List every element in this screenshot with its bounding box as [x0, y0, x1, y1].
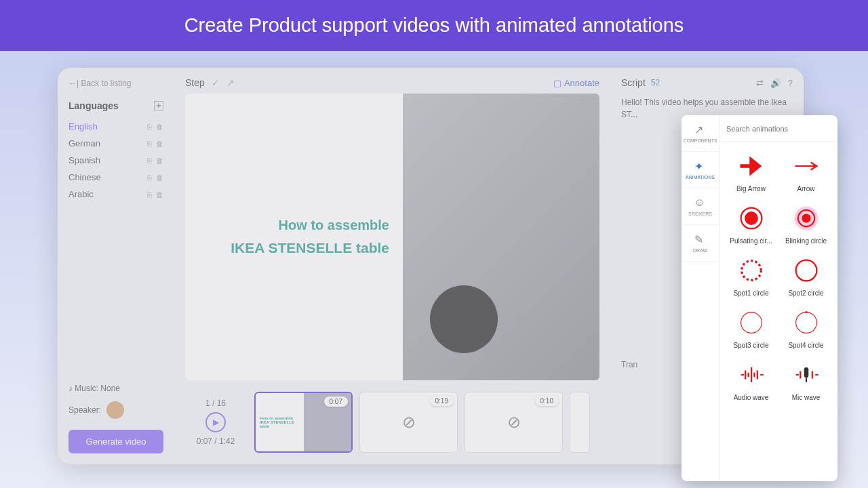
timeline: 1 / 16 ▶ 0:07 / 1:42 How to assembleIKEA…: [185, 380, 599, 455]
spot3-icon: [736, 308, 766, 338]
animation-label: Spot3 circle: [733, 342, 768, 349]
audio-icon: [736, 360, 766, 390]
tab-label: STICKERS: [688, 211, 712, 216]
svg-point-8: [795, 312, 816, 333]
tab-label: COMPONENTS: [683, 138, 717, 143]
thumbnail[interactable]: How to assembleIKEA STENSELLE table0:07: [254, 392, 353, 453]
translate-icon[interactable]: ⇄: [756, 78, 764, 88]
search-wrapper: [719, 115, 837, 142]
avatar: [106, 401, 124, 419]
main-panel: Step ✓ ↗ ▢ Annotate How to assemble IKEA…: [174, 68, 610, 464]
animation-spot3[interactable]: Spot3 circle: [725, 304, 777, 353]
thumbnail[interactable]: [570, 392, 590, 453]
help-icon[interactable]: ?: [788, 78, 793, 88]
components-icon: ↗: [694, 123, 707, 136]
timeline-counter: 1 / 16 ▶ 0:07 / 1:42: [185, 399, 246, 446]
languages-header: Languages +: [68, 100, 163, 111]
main-header: Step ✓ ↗ ▢ Annotate: [185, 77, 599, 88]
delete-icon[interactable]: 🗑: [156, 123, 163, 131]
sound-icon[interactable]: 🔊: [770, 78, 781, 88]
language-name: Spanish: [68, 155, 100, 165]
tab-animations[interactable]: ✦ANIMATIONS: [682, 152, 719, 188]
search-input[interactable]: [726, 125, 831, 133]
copy-icon[interactable]: ⎘: [147, 157, 152, 165]
animation-arrow[interactable]: Arrow: [780, 147, 832, 197]
step-label: Step: [185, 77, 205, 88]
check-icon[interactable]: ✓: [212, 77, 220, 88]
back-link[interactable]: ←| Back to listing: [68, 79, 163, 88]
delete-icon[interactable]: 🗑: [156, 190, 163, 199]
animation-big-arrow[interactable]: Big Arrow: [725, 147, 777, 197]
animation-mic[interactable]: Mic wave: [780, 356, 832, 405]
animations-icon: ✦: [694, 160, 707, 172]
popover-body: Big ArrowArrowPulsating cir...Blinking c…: [719, 115, 837, 481]
svg-point-7: [741, 312, 762, 333]
generate-video-button[interactable]: Generate video: [68, 430, 163, 453]
external-link-icon[interactable]: ↗: [226, 77, 235, 88]
play-button[interactable]: ▶: [205, 412, 226, 432]
tab-label: DRAW: [693, 248, 707, 253]
language-item-english[interactable]: English⎘🗑: [68, 118, 163, 135]
music-field[interactable]: ♪ Music: None: [68, 384, 163, 393]
sidebar: ←| Back to listing Languages + English⎘🗑…: [58, 68, 174, 464]
delete-icon[interactable]: 🗑: [156, 157, 163, 165]
thumbnails: How to assembleIKEA STENSELLE table0:07⊘…: [254, 392, 599, 453]
animation-spot4[interactable]: Spot4 circle: [780, 304, 832, 353]
canvas-line-2: IKEA STENSELLE table: [231, 240, 389, 256]
script-header: Script 52 ⇄ 🔊 ?: [621, 77, 793, 88]
animation-label: Big Arrow: [736, 185, 766, 192]
delete-icon[interactable]: 🗑: [156, 174, 163, 182]
arrow-icon: [791, 151, 821, 181]
draw-icon: ✎: [694, 233, 707, 245]
thumbnail[interactable]: ⊘0:10: [465, 392, 563, 453]
spot4-icon: [791, 308, 821, 338]
animation-label: Spot1 circle: [733, 289, 768, 297]
canvas[interactable]: How to assemble IKEA STENSELLE table: [185, 94, 599, 380]
script-label: Script: [621, 77, 646, 88]
thumbnail[interactable]: ⊘0:19: [359, 392, 458, 453]
language-item-spanish[interactable]: Spanish⎘🗑: [68, 152, 163, 169]
svg-point-9: [805, 311, 807, 313]
animation-label: Pulsating cir...: [730, 237, 772, 245]
stickers-icon: ☺: [694, 197, 707, 209]
add-language-button[interactable]: +: [154, 101, 163, 110]
language-name: German: [68, 138, 100, 148]
step-counter: 1 / 16: [205, 399, 226, 408]
svg-point-4: [802, 214, 810, 222]
script-count: 52: [651, 78, 660, 87]
delete-icon[interactable]: 🗑: [156, 140, 163, 148]
language-item-chinese[interactable]: Chinese⎘🗑: [68, 169, 163, 186]
svg-rect-10: [804, 367, 808, 378]
language-name: Chinese: [68, 172, 101, 182]
annotate-button[interactable]: ▢ Annotate: [553, 78, 599, 88]
copy-icon[interactable]: ⎘: [147, 123, 152, 131]
copy-icon[interactable]: ⎘: [147, 174, 152, 182]
language-item-german[interactable]: German⎘🗑: [68, 135, 163, 152]
tab-draw[interactable]: ✎DRAW: [682, 225, 719, 262]
tab-components[interactable]: ↗COMPONENTS: [682, 115, 719, 152]
language-item-arabic[interactable]: Arabic⎘🗑: [68, 186, 163, 203]
copy-icon[interactable]: ⎘: [147, 190, 152, 199]
tab-label: ANIMATIONS: [686, 175, 715, 180]
thumb-time: 0:10: [535, 396, 559, 406]
popover-tabs: ↗COMPONENTS✦ANIMATIONS☺STICKERS✎DRAW: [682, 115, 719, 481]
spot1-icon: [736, 256, 766, 285]
copy-icon[interactable]: ⎘: [147, 140, 152, 148]
tab-stickers[interactable]: ☺STICKERS: [682, 188, 719, 225]
animation-label: Arrow: [797, 185, 814, 192]
pulsating-icon: [736, 203, 766, 233]
animations-popover: ↗COMPONENTS✦ANIMATIONS☺STICKERS✎DRAW Big…: [682, 115, 837, 481]
big-arrow-icon: [736, 151, 766, 181]
animation-spot1[interactable]: Spot1 circle: [725, 251, 777, 301]
animation-audio[interactable]: Audio wave: [725, 356, 777, 405]
languages-label: Languages: [68, 100, 119, 111]
animation-label: Blinking circle: [785, 237, 827, 245]
animation-label: Spot4 circle: [788, 342, 823, 349]
animation-pulsating[interactable]: Pulsating cir...: [725, 199, 777, 249]
blinking-icon: [791, 203, 821, 233]
canvas-image: [403, 94, 599, 380]
animation-blinking[interactable]: Blinking circle: [780, 199, 832, 249]
animation-spot2[interactable]: Spot2 circle: [780, 251, 832, 301]
canvas-line-1: How to assemble: [279, 218, 389, 233]
speaker-field[interactable]: Speaker:: [68, 401, 163, 419]
